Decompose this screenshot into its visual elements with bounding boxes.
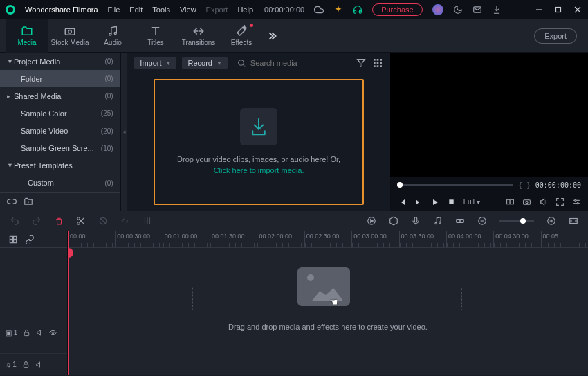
- purchase-button[interactable]: Purchase: [372, 3, 422, 16]
- svg-rect-37: [414, 217, 417, 222]
- sidebar-item-preset-templates[interactable]: ▼ Preset Templates: [0, 157, 120, 174]
- menu-file[interactable]: File: [108, 6, 120, 14]
- more-tabs-icon[interactable]: [268, 30, 279, 42]
- redo-button[interactable]: [32, 216, 42, 226]
- import-dropdown[interactable]: Import▼: [134, 57, 176, 69]
- prev-frame-button[interactable]: [397, 197, 407, 207]
- grid-view-icon[interactable]: [372, 57, 383, 69]
- timeline-ruler[interactable]: 00:00 00:00:30:00 00:01:00:00 00:01:30:0…: [68, 231, 588, 248]
- text-icon: [149, 25, 162, 37]
- volume-icon[interactable]: [538, 197, 548, 207]
- preview-scrubber[interactable]: [397, 184, 514, 186]
- undo-button[interactable]: [10, 216, 19, 226]
- media-sidebar: ▼ Project Media (0) Folder (0) ▸ Shared …: [0, 53, 121, 211]
- mute-icon[interactable]: [35, 361, 43, 368]
- render-preview-button[interactable]: [367, 216, 376, 226]
- audio-mixer-button[interactable]: [143, 216, 152, 226]
- mark-in-icon[interactable]: {: [519, 181, 522, 189]
- crop-button[interactable]: [98, 216, 108, 226]
- mark-out-icon[interactable]: }: [527, 181, 530, 189]
- cursor-icon: ☚: [329, 296, 338, 307]
- mute-icon[interactable]: [36, 329, 44, 337]
- sparkle-icon[interactable]: [333, 5, 343, 15]
- menu-help[interactable]: Help: [237, 6, 253, 14]
- menu-view[interactable]: View: [180, 6, 196, 14]
- settings-icon[interactable]: [571, 197, 581, 207]
- menu-edit[interactable]: Edit: [129, 6, 143, 14]
- lock-icon[interactable]: [22, 361, 30, 368]
- speed-button[interactable]: [120, 216, 130, 226]
- sidebar-item-shared-media[interactable]: ▸ Shared Media (0): [0, 87, 120, 105]
- media-drop-zone[interactable]: Drop your video clips, images, or audio …: [154, 79, 364, 205]
- zoom-in-button[interactable]: [546, 216, 556, 226]
- import-link[interactable]: Click here to import media.: [214, 166, 304, 174]
- svg-point-39: [439, 222, 441, 223]
- playhead[interactable]: [68, 231, 69, 375]
- mail-icon[interactable]: [472, 5, 482, 15]
- link-icon[interactable]: [25, 235, 35, 244]
- tab-titles[interactable]: Titles: [134, 19, 177, 53]
- record-dropdown[interactable]: Record▼: [182, 57, 227, 69]
- tab-effects[interactable]: Effects: [220, 19, 263, 53]
- video-track-header[interactable]: ▣ 1: [0, 321, 67, 343]
- avatar-icon[interactable]: [432, 4, 443, 15]
- timeline-tracks[interactable]: 00:00 00:00:30:00 00:01:00:00 00:01:30:0…: [68, 231, 588, 375]
- preview-panel: { } 00:00:00:00 Full ▾: [390, 53, 588, 211]
- stop-button[interactable]: [447, 197, 457, 207]
- fullscreen-icon[interactable]: [555, 197, 564, 207]
- sidebar-item-project-media[interactable]: ▼ Project Media (0): [0, 53, 120, 70]
- maximize-button[interactable]: [553, 5, 563, 15]
- svg-point-29: [77, 217, 80, 220]
- notification-dot-icon: [250, 24, 253, 27]
- unlink-icon[interactable]: [7, 197, 17, 206]
- audio-track-header[interactable]: ♫ 1: [0, 353, 67, 375]
- delete-button[interactable]: [54, 216, 64, 226]
- search-media-input[interactable]: [250, 59, 346, 67]
- sidebar-item-custom[interactable]: Custom (0): [0, 174, 120, 192]
- track-manager-icon[interactable]: [8, 235, 18, 244]
- preview-viewport[interactable]: [390, 53, 588, 177]
- sidebar-item-folder[interactable]: Folder (0): [0, 70, 120, 87]
- import-icon: [240, 108, 277, 145]
- download-icon[interactable]: [492, 5, 502, 15]
- voiceover-button[interactable]: [411, 216, 421, 226]
- audio-beat-button[interactable]: [433, 216, 443, 226]
- next-frame-button[interactable]: [414, 197, 423, 207]
- tab-audio[interactable]: Audio: [91, 19, 134, 53]
- tab-media[interactable]: Media: [6, 19, 48, 53]
- sidebar-item-sample-green-screen[interactable]: Sample Green Scre... (10): [0, 140, 120, 157]
- play-button[interactable]: [430, 197, 440, 207]
- cloud-icon[interactable]: [314, 5, 324, 15]
- sidebar-item-sample-color[interactable]: Sample Color (25): [0, 105, 120, 122]
- filter-icon[interactable]: [356, 57, 367, 69]
- export-button[interactable]: Export: [534, 28, 577, 44]
- lock-icon[interactable]: [23, 329, 30, 337]
- preview-quality-dropdown[interactable]: Full ▾: [463, 198, 480, 206]
- moon-icon[interactable]: [453, 5, 463, 15]
- tab-transitions[interactable]: Transitions: [177, 19, 220, 53]
- snapshot-icon[interactable]: [522, 197, 531, 207]
- zoom-fit-button[interactable]: [569, 216, 578, 226]
- close-button[interactable]: [573, 5, 582, 15]
- compare-icon[interactable]: [505, 197, 515, 207]
- headset-icon[interactable]: [353, 5, 362, 15]
- main-tabs: Media Stock Media Audio Titles Transitio…: [0, 19, 588, 53]
- adjustment-button[interactable]: [455, 216, 465, 226]
- minimize-button[interactable]: [534, 5, 544, 15]
- zoom-slider[interactable]: [499, 220, 534, 222]
- svg-rect-2: [556, 8, 561, 12]
- visibility-icon[interactable]: [49, 329, 57, 337]
- zoom-out-button[interactable]: [477, 216, 487, 226]
- new-folder-icon[interactable]: [24, 197, 33, 206]
- sidebar-item-sample-video[interactable]: Sample Video (20): [0, 123, 120, 140]
- svg-rect-12: [377, 59, 379, 61]
- split-button[interactable]: [76, 216, 86, 226]
- tab-stock-media[interactable]: Stock Media: [48, 19, 91, 53]
- svg-rect-23: [523, 200, 530, 205]
- menu-tools[interactable]: Tools: [152, 6, 170, 14]
- marker-button[interactable]: [389, 216, 398, 226]
- sidebar-collapse-handle[interactable]: ◂: [121, 53, 128, 211]
- menu-export[interactable]: Export: [206, 6, 228, 14]
- svg-rect-15: [377, 62, 379, 64]
- svg-point-28: [577, 203, 578, 204]
